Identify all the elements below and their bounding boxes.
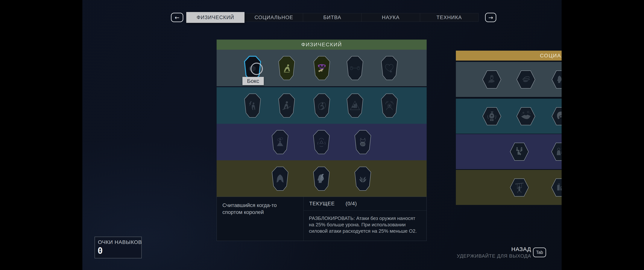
skill-tier-row: Бокс	[216, 50, 427, 86]
pain-tolerance-icon[interactable]	[380, 93, 398, 118]
shock-figure-icon[interactable]	[244, 93, 261, 118]
masked-thief-icon[interactable]	[313, 56, 330, 80]
prev-category-button[interactable]: ←	[171, 13, 183, 22]
hand-device-icon[interactable]	[482, 70, 502, 89]
tab-science[interactable]: НАУКА	[362, 13, 420, 22]
skill-points-value: 0	[98, 246, 103, 256]
nutrition-flask-icon[interactable]	[346, 93, 364, 118]
skill-info-panel: Считавшийся когда-то спортом королей ТЕК…	[216, 197, 427, 241]
heart-plus-icon[interactable]	[380, 56, 398, 80]
right-letterbox	[562, 0, 644, 270]
snake-fist-icon[interactable]	[354, 130, 372, 155]
fist-icon[interactable]: Бокс	[244, 56, 261, 80]
tab-combat[interactable]: БИТВА	[303, 13, 361, 22]
skill-tree-screen: ← ФИЗИЧЕСКИЙСОЦИАЛЬНОЕБИТВАНАУКАТЕХНИКА …	[0, 0, 644, 270]
plate-hand-icon[interactable]	[516, 70, 536, 89]
tab-physical[interactable]: ФИЗИЧЕСКИЙ	[186, 12, 244, 23]
cursor-ring-icon	[250, 63, 263, 75]
right-arrow-icon: →	[488, 14, 493, 21]
hooded-figure-icon[interactable]	[271, 166, 289, 191]
spacewalker-icon[interactable]	[278, 93, 296, 118]
biohazard-icon[interactable]	[313, 130, 330, 155]
dumbbell-icon[interactable]	[346, 56, 364, 80]
current-rank-row: ТЕКУЩЕЕ (0/4)	[304, 197, 426, 211]
physical-panel-title: ФИЗИЧЕСКИЙ	[216, 40, 427, 50]
left-arrow-icon: ←	[175, 14, 179, 21]
back-hint: НАЗАД УДЕРЖИВАЙТЕ ДЛЯ ВЫХОДА	[457, 246, 531, 259]
back-label: НАЗАД	[457, 246, 531, 252]
gymnast-icon[interactable]	[313, 93, 330, 118]
crouching-figure-icon[interactable]	[278, 56, 296, 80]
puppet-icon[interactable]	[510, 178, 529, 197]
physical-skill-panel: ФИЗИЧЕСКИЙ Бокс	[216, 40, 427, 196]
unlock-description: РАЗБЛОКИРОВАТЬ: Атаки без оружия наносят…	[304, 211, 426, 239]
current-rank-value: (0/4)	[346, 201, 357, 207]
skill-rank-panel: ТЕКУЩЕЕ (0/4) РАЗБЛОКИРОВАТЬ: Атаки без …	[304, 197, 426, 241]
skill-tier-row	[216, 87, 427, 124]
skill-tier-row	[216, 160, 427, 197]
tab-social[interactable]: СОЦИАЛЬНОЕ	[244, 13, 303, 22]
handshake-icon[interactable]	[516, 107, 536, 126]
skill-tier-row	[216, 124, 427, 160]
leaf-hands-icon[interactable]	[354, 166, 372, 191]
hold-to-exit-hint: УДЕРЖИВАЙТЕ ДЛЯ ВЫХОДА	[457, 253, 531, 259]
skill-points-label: ОЧКИ НАВЫКОВ	[98, 239, 142, 245]
skill-tooltip: Бокс	[242, 77, 264, 85]
next-category-button[interactable]: →	[485, 13, 496, 22]
tab-key-label: Tab	[536, 250, 543, 255]
category-tab-bar: ФИЗИЧЕСКИЙСОЦИАЛЬНОЕБИТВАНАУКАТЕХНИКА	[186, 13, 478, 22]
current-rank-label: ТЕКУЩЕЕ	[309, 201, 335, 207]
neuro-head-icon[interactable]	[313, 166, 330, 191]
tab-tech[interactable]: ТЕХНИКА	[420, 13, 478, 22]
meditation-icon[interactable]	[271, 130, 289, 155]
flame-figures-icon[interactable]	[510, 142, 529, 161]
moneybag-gift-icon[interactable]	[482, 107, 502, 126]
skill-description: Считавшийся когда-то спортом королей	[217, 197, 304, 241]
tab-key-button[interactable]: Tab	[533, 247, 546, 257]
skill-points-box: ОЧКИ НАВЫКОВ 0	[94, 237, 142, 258]
left-letterbox	[0, 0, 82, 270]
